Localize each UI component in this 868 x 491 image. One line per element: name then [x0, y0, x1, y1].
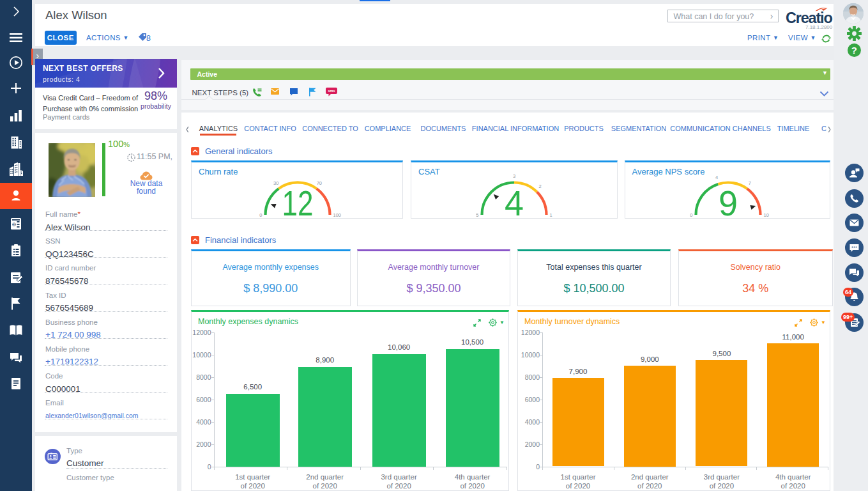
- svg-text:70: 70: [317, 180, 322, 186]
- svg-text:1: 1: [550, 212, 552, 218]
- svg-text:7: 7: [749, 180, 751, 186]
- svg-text:10: 10: [764, 212, 769, 218]
- svg-text:30: 30: [273, 180, 278, 186]
- svg-text:sms: sms: [328, 89, 335, 93]
- svg-text:4: 4: [505, 183, 524, 219]
- svg-text:2: 2: [539, 183, 542, 189]
- svg-text:12: 12: [282, 183, 314, 219]
- svg-text:100: 100: [333, 212, 342, 218]
- svg-text:3: 3: [513, 173, 515, 179]
- svg-text:0: 0: [690, 212, 692, 218]
- svg-text:9: 9: [719, 183, 738, 219]
- svg-text:4: 4: [715, 175, 718, 180]
- svg-text:5: 5: [476, 212, 478, 218]
- svg-text:0: 0: [259, 212, 262, 218]
